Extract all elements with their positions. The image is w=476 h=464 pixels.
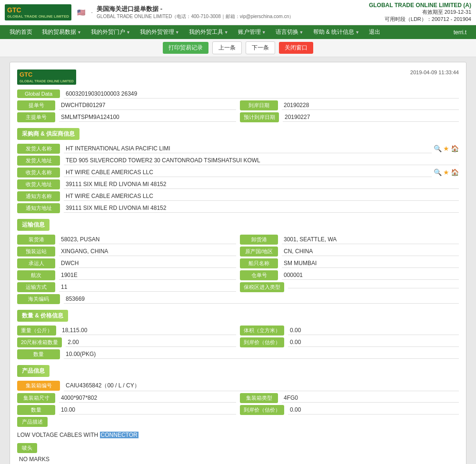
doc-logo-box: GTC GLOBAL TRADE ONLINE LIMITED <box>17 69 76 85</box>
shipper-name-value: HT INTERNATIONAL ASIA PACIFIC LIMI <box>64 144 432 153</box>
origin-value: CN, CHINA <box>282 247 459 256</box>
product-desc-highlight: CONNECTOR <box>100 432 139 438</box>
est-arrive-field: 预计到岸日期 20190227 <box>240 112 459 122</box>
nav-management[interactable]: 我的外贸管理 ▼ <box>135 25 184 39</box>
nav-trade[interactable]: 我的贸易数据 ▼ <box>37 25 86 39</box>
consignee-star-icon[interactable]: ★ <box>443 168 449 176</box>
shipper-addr-row: 发货人地址 TED 905 SILVERCORD TOWER2 30 CANTO… <box>17 156 459 166</box>
notify-name-row: 通知方名称 HT WIRE CABLE AMERICAS LLC <box>17 191 459 201</box>
bill-no-value: DWCHTD801297 <box>59 101 236 110</box>
unload-port-value: 3001, SEATTLE, WA <box>282 235 459 244</box>
arrival-date-label: 到岸日期 <box>240 100 278 110</box>
container-type-value: 4FG0 <box>282 394 459 403</box>
notify-name-value: HT WIRE CABLE AMERICAS LLC <box>64 192 459 201</box>
carrier-value: DWCH <box>59 259 236 268</box>
product-desc-header[interactable]: 产品描述 <box>17 417 48 427</box>
consignee-home-icon[interactable]: 🏠 <box>451 168 459 176</box>
flag-icon: 🇺🇸 <box>77 9 85 16</box>
voyage-warehouse-row: 航次 1901E 仓单号 000001 <box>17 270 459 280</box>
price-label: 到岸价（估价） <box>240 337 284 347</box>
star-icon[interactable]: ★ <box>443 145 449 152</box>
bill-no-label: 提单号 <box>17 100 55 110</box>
logo-area: GTC GLOBAL TRADE ONLINE LIMITED 🇺🇸 - 美国海… <box>5 4 294 21</box>
product-price-label: 到岸价（估价） <box>240 405 284 415</box>
nav-account[interactable]: 账户管理 ▼ <box>233 25 271 39</box>
nav-logout[interactable]: 退出 <box>364 25 385 39</box>
product-qty-label: 数量 <box>17 405 55 415</box>
prev-button[interactable]: 上一条 <box>212 41 242 54</box>
pre-ship-value: XINGANG, CHINA <box>59 247 236 256</box>
unload-port-label: 卸货港 <box>240 235 278 245</box>
validity-text: 有效期至 2019-12-31 <box>369 9 471 16</box>
home-icon[interactable]: 🏠 <box>451 145 459 152</box>
price-value: 0.00 <box>288 338 459 347</box>
product-desc-text: LOW VOLTAGE CABLES WITH <box>17 432 100 438</box>
ftz-field: 保税区进入类型 <box>240 282 459 292</box>
customs-value: 853669 <box>64 295 459 304</box>
unload-port-field: 卸货港 3001, SEATTLE, WA <box>240 235 459 245</box>
top-company-name: GLOBAL TRADE ONLINE LIMITED (A) <box>369 2 471 9</box>
container-size-label: 集装箱尺寸 <box>17 393 55 403</box>
voyage-label: 航次 <box>17 270 55 280</box>
container20-label: 20尺标准箱数量 <box>17 337 62 347</box>
consignee-addr-label: 收货人地址 <box>17 179 60 189</box>
product-qty-value: 10.00 <box>59 405 236 415</box>
nav-foreign-trade[interactable]: 我的外贸门户 ▼ <box>86 25 135 39</box>
print-button[interactable]: 打印贸易记录 <box>163 42 208 54</box>
shipper-icons: 🔍 ★ 🏠 <box>434 145 459 152</box>
product-description: LOW VOLTAGE CABLES WITH CONNECTOR <box>17 429 459 441</box>
page-title: 美国海关进口提单数据 - <box>97 5 294 13</box>
nav-tools[interactable]: 我的外贸工具 ▼ <box>184 25 233 39</box>
master-bill-label: 主提单号 <box>17 112 55 122</box>
container-size-value: 4000*907*802 <box>59 394 236 403</box>
preship-origin-row: 预装运站 XINGANG, CHINA 原产国/地区 CN, CHINA <box>17 247 459 257</box>
origin-field: 原产国/地区 CN, CHINA <box>240 247 459 257</box>
bill-no-field: 提单号 DWCHTD801297 <box>17 100 236 110</box>
load-port-field: 装货港 58023, PUSAN <box>17 235 236 245</box>
next-button[interactable]: 下一条 <box>246 41 275 54</box>
carrier-field: 承运人 DWCH <box>17 258 236 268</box>
product-price-field: 到岸价（估价） 0.00 <box>240 405 459 415</box>
doc-header: GTC GLOBAL TRADE ONLINE LIMITED 2019-04-… <box>17 69 459 85</box>
est-arrive-value: 20190227 <box>283 113 459 122</box>
nav-help[interactable]: 帮助 & 统计信息 ▼ <box>308 25 365 39</box>
shipper-name-row: 发货人名称 HT INTERNATIONAL ASIA PACIFIC LIMI… <box>17 144 459 154</box>
nav-language[interactable]: 语言切换 ▼ <box>271 25 308 39</box>
marks-header[interactable]: 唛头 <box>17 443 37 453</box>
master-bill-field: 主提单号 SMLMTSPM9A124100 <box>17 112 236 122</box>
consignee-search-icon[interactable]: 🔍 <box>434 168 442 176</box>
container20-price-row: 20尺标准箱数量 2.00 到岸价（估价） 0.00 <box>17 337 459 347</box>
master-est-row: 主提单号 SMLMTSPM9A124100 预计到岸日期 20190227 <box>17 112 459 122</box>
volume-label: 体积（立方米） <box>240 326 284 336</box>
consignee-name-label: 收货人名称 <box>17 168 60 178</box>
vessel-label: 船只名称 <box>240 258 278 268</box>
search-icon[interactable]: 🔍 <box>434 145 442 152</box>
notify-addr-label: 通知方地址 <box>17 203 60 213</box>
product-qty-price-row: 数量 10.00 到岸价（估价） 0.00 <box>17 405 459 415</box>
transport-type-value: 11 <box>59 283 236 292</box>
marks-section: 唛头 NO MARKS <box>17 443 459 464</box>
quantity-section-header: 数量 & 价格信息 <box>17 310 68 322</box>
top-right-info: GLOBAL TRADE ONLINE LIMITED (A) 有效期至 201… <box>369 2 471 23</box>
shipper-addr-value: TED 905 SILVERCORD TOWER2 30 CANTONROAD … <box>64 156 459 165</box>
document-card: GTC GLOBAL TRADE ONLINE LIMITED 2019-04-… <box>10 62 466 464</box>
volume-field: 体积（立方米） 0.00 <box>240 326 459 336</box>
carrier-label: 承运人 <box>17 258 55 268</box>
header-info: 美国海关进口提单数据 - GLOBAL TRADE ONLINE LIMITED… <box>97 5 294 20</box>
consignee-addr-value: 39111 SIX MILE RD LIVONIA MI 48152 <box>64 180 459 189</box>
top-toolbar: 打印贸易记录 上一条 下一条 关闭窗口 <box>0 39 476 57</box>
weight-value: 18,115.00 <box>60 326 236 335</box>
container-type-label: 集装箱类型 <box>240 393 278 403</box>
customs-label: 海关编码 <box>17 294 60 304</box>
origin-label: 原产国/地区 <box>240 247 278 257</box>
nav-home[interactable]: 我的首页 <box>5 25 37 39</box>
notify-addr-value: 39111 SIX MILE RD LIVONIA MI 48152 <box>64 204 459 213</box>
quantity-row: 数量 10.00(PKG) <box>17 349 459 359</box>
vessel-value: SM MUMBAI <box>282 259 459 268</box>
quantity-label: 数量 <box>17 349 60 359</box>
pre-ship-field: 预装运站 XINGANG, CHINA <box>17 247 236 257</box>
close-button[interactable]: 关闭窗口 <box>279 42 313 54</box>
ftz-label: 保税区进入类型 <box>240 282 284 292</box>
container-no-row: 集装箱编号 CAIU4365842（00 / L / CY） <box>17 381 459 391</box>
volume-value: 0.00 <box>288 326 459 335</box>
